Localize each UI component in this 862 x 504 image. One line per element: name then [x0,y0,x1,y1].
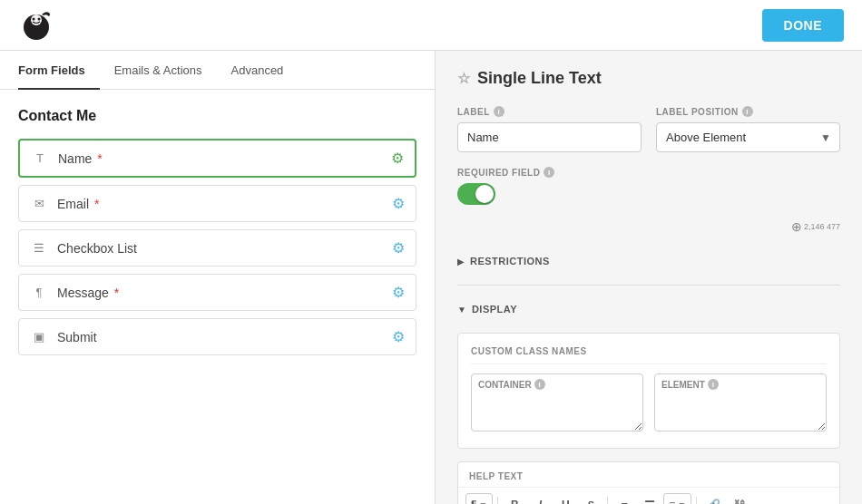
align-icon: ≡ [669,499,675,504]
logo [18,7,64,44]
right-panel: ☆ Single Line Text LABEL i LABEL POSITIO… [436,51,862,504]
coordinates-text: 2,146 477 [804,222,840,231]
link-button[interactable]: 🔗 [701,493,725,504]
align-dropdown[interactable]: ≡ ▼ [663,493,691,504]
italic-button[interactable]: I [528,493,552,504]
left-panel: Form Fields Emails & Actions Advanced Co… [0,51,436,504]
required-field-label: REQUIRED FIELD i [457,167,840,178]
restrictions-title: RESTRICTIONS [470,256,550,267]
required-indicator: * [93,151,102,166]
info-icon-container: i [534,379,545,390]
field-item-email[interactable]: ✉ Email * ⚙ [18,185,416,222]
field-label-name: Name * [58,151,391,166]
display-title: DISPLAY [472,304,517,315]
field-item-message[interactable]: ¶ Message * ⚙ [18,274,416,311]
custom-class-names-label: CUSTOM CLASS NAMES [471,346,827,364]
info-icon-label: i [494,106,504,117]
help-text-label: HELP TEXT [458,462,839,487]
required-indicator-email: * [91,197,99,211]
position-select[interactable]: Above Element Below Element Left of Elem… [656,122,840,152]
ordered-list-button[interactable]: ≡ [612,493,636,504]
svg-point-2 [31,15,42,25]
label-row: LABEL i LABEL POSITION i Above Element B… [457,106,840,152]
crosshair-area: ⊕ 2,146 477 [457,219,840,241]
separator2 [607,497,608,504]
tabs-bar: Form Fields Emails & Actions Advanced [0,51,435,90]
container-input-wrap: CONTAINER i [471,373,643,435]
unlink-button[interactable]: ⛓ [727,493,750,504]
triangle-down-icon: ▼ [457,305,466,315]
underline-button[interactable]: U [553,493,577,504]
field-item-checkbox[interactable]: ☰ Checkbox List ⚙ [18,229,416,267]
star-icon: ☆ [457,70,470,87]
gear-icon-checkbox[interactable]: ⚙ [392,239,405,257]
svg-point-3 [33,17,35,20]
left-content: Contact Me T Name * ⚙ ✉ Email * ⚙ ☰ C [0,90,435,504]
label-input[interactable] [457,122,642,152]
paragraph-dropdown[interactable]: ¶ ▼ [465,493,493,504]
field-item-submit[interactable]: ▣ Submit ⚙ [18,318,416,355]
separator [497,497,498,504]
required-toggle[interactable] [457,183,495,205]
divider [457,285,840,286]
checkbox-icon: ☰ [30,241,48,255]
form-title: Contact Me [18,108,416,124]
top-bar: DONE [0,0,862,51]
field-label-submit: Submit [57,330,392,344]
gear-icon-message[interactable]: ⚙ [392,284,405,301]
toggle-wrap [457,183,840,205]
triangle-right-icon: ▶ [457,257,465,267]
container-label: CONTAINER i [478,379,545,390]
panel-title: ☆ Single Line Text [457,69,840,88]
done-button[interactable]: DONE [762,9,844,42]
tab-emails-actions[interactable]: Emails & Actions [100,51,217,90]
gear-icon-submit[interactable]: ⚙ [392,328,405,345]
display-section-body: CUSTOM CLASS NAMES CONTAINER i ELEMENT [457,333,840,449]
main-layout: Form Fields Emails & Actions Advanced Co… [0,51,862,504]
text-icon: T [31,151,49,165]
position-select-wrapper: Above Element Below Element Left of Elem… [656,122,840,152]
unordered-list-button[interactable]: ☰ [638,493,661,504]
label-field-label: LABEL i [457,106,642,117]
field-label-checkbox: Checkbox List [57,241,392,256]
paragraph-icon: ¶ [471,499,476,504]
editor-toolbar-1: ¶ ▼ B I U S ≡ ☰ ≡ ▼ 🔗 ⛓ [458,487,839,504]
panel-title-text: Single Line Text [477,69,602,88]
info-icon-position: i [742,106,753,117]
display-section-header[interactable]: ▼ DISPLAY [457,296,840,322]
bold-button[interactable]: B [503,493,526,504]
restrictions-section-header[interactable]: ▶ RESTRICTIONS [457,248,840,274]
paragraph-icon: ¶ [30,286,48,299]
crosshair-icon: ⊕ 2,146 477 [791,219,840,234]
label-group: LABEL i [457,106,642,152]
required-indicator-message: * [111,286,119,300]
separator3 [696,497,697,504]
position-field-label: LABEL POSITION i [656,106,840,117]
element-input-wrap: ELEMENT i [654,373,827,435]
field-label-message: Message * [57,286,392,300]
required-row: REQUIRED FIELD i [457,167,840,205]
field-label-email: Email * [57,197,392,211]
tab-advanced[interactable]: Advanced [217,51,299,90]
svg-point-4 [38,17,41,20]
element-label: ELEMENT i [661,379,719,390]
gear-icon-email[interactable]: ⚙ [392,195,405,212]
element-group: ELEMENT i [654,373,827,435]
info-icon-required: i [544,167,554,178]
field-item-name[interactable]: T Name * ⚙ [18,139,416,178]
email-icon: ✉ [30,197,48,210]
position-group: LABEL POSITION i Above Element Below Ele… [656,106,840,152]
gear-icon-name[interactable]: ⚙ [391,150,404,167]
submit-icon: ▣ [30,330,48,344]
align-dropdown-arrow-icon: ▼ [677,500,686,505]
help-text-section: HELP TEXT ¶ ▼ B I U S ≡ ☰ ≡ ▼ 🔗 [457,461,840,504]
class-row: CONTAINER i ELEMENT i [471,373,827,435]
strikethrough-button[interactable]: S [579,493,602,504]
toggle-knob [475,185,494,203]
info-icon-element: i [708,379,719,390]
dropdown-arrow-icon: ▼ [478,500,487,505]
tab-form-fields[interactable]: Form Fields [18,51,100,90]
container-group: CONTAINER i [471,373,643,435]
